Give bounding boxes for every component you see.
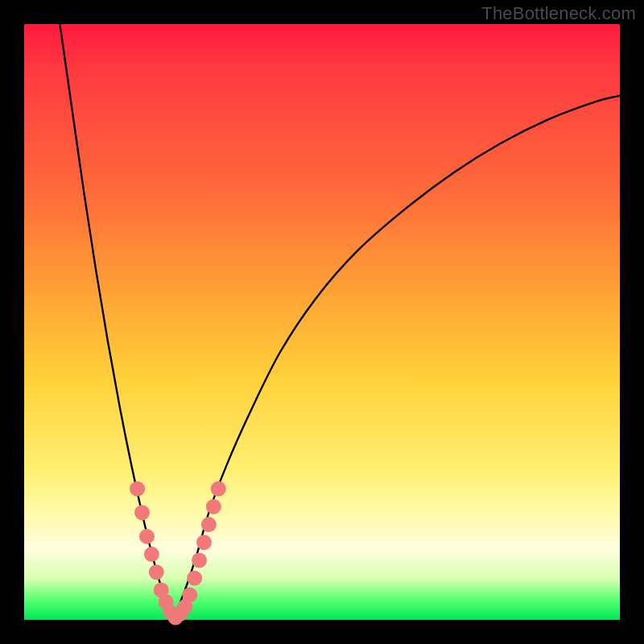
data-marker xyxy=(144,547,159,562)
data-marker xyxy=(134,505,150,520)
chart-frame: TheBottleneck.com xyxy=(0,0,644,644)
data-marker xyxy=(206,499,221,514)
data-marker xyxy=(192,553,207,568)
data-marker xyxy=(139,529,155,544)
curve-left-branch xyxy=(60,24,173,620)
data-marker xyxy=(182,587,197,602)
chart-svg xyxy=(24,24,620,620)
data-marker xyxy=(149,564,164,580)
data-marker xyxy=(187,571,202,586)
marker-group xyxy=(130,481,226,625)
curve-right-branch xyxy=(173,96,620,620)
data-marker xyxy=(211,481,226,497)
data-marker xyxy=(201,517,217,532)
plot-area xyxy=(24,24,620,620)
data-marker xyxy=(196,535,212,550)
data-marker xyxy=(130,481,145,497)
watermark-text: TheBottleneck.com xyxy=(481,3,636,24)
